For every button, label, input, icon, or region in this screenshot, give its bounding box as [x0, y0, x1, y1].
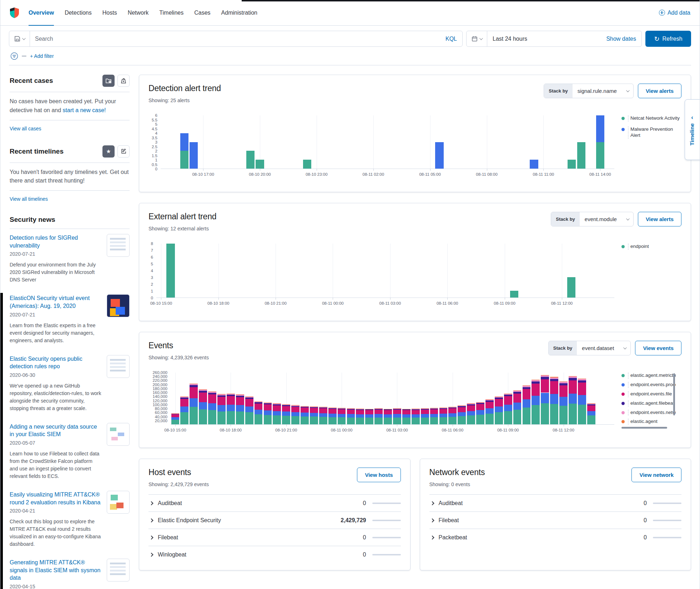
filter-icon[interactable]: [10, 52, 18, 60]
x-axis-label: 08-10 23:00: [306, 172, 327, 176]
bar-segment: [310, 407, 318, 408]
bar-segment: [412, 414, 420, 418]
view-events-button[interactable]: View events: [635, 341, 681, 355]
chevron-right-icon[interactable]: [149, 501, 153, 505]
recently-updated-timelines-button[interactable]: [117, 145, 130, 158]
news-title-link[interactable]: Easily visualizing MITRE ATT&CK® round 2…: [10, 491, 102, 506]
bar-segment: [245, 399, 253, 406]
bar-segment: [227, 395, 235, 396]
chevron-right-icon[interactable]: [149, 518, 153, 522]
recently-created-cases-button[interactable]: [102, 75, 115, 87]
news-title-link[interactable]: Adding a new security data source in you…: [10, 423, 102, 438]
nav-tab-administration[interactable]: Administration: [221, 0, 257, 26]
bar-segment: [190, 384, 198, 385]
view-alerts-button[interactable]: View alerts: [638, 84, 681, 98]
news-description: We've opened up a new GitHub repository,…: [10, 382, 102, 412]
view-all-timelines-link[interactable]: View all timelines: [10, 196, 48, 202]
legend-horizontal-scrollbar[interactable]: [621, 427, 667, 429]
legend-item[interactable]: elastic.agent: [621, 419, 681, 425]
x-axis-label: 08-11 11:00: [533, 172, 554, 176]
nav-tab-network[interactable]: Network: [128, 0, 149, 26]
recently-reported-cases-button[interactable]: [117, 75, 130, 87]
bar-segment: [208, 392, 216, 393]
bar-segment: [190, 387, 198, 398]
view-alerts-button[interactable]: View alerts: [638, 212, 681, 226]
news-thumbnail[interactable]: [107, 294, 130, 317]
news-thumbnail[interactable]: [107, 423, 130, 446]
y-axis-label: 4.5: [152, 127, 157, 131]
legend-item[interactable]: endpoint.events.network: [621, 410, 681, 416]
news-thumbnail[interactable]: [107, 355, 130, 378]
nav-tab-detections[interactable]: Detections: [65, 0, 92, 26]
events-chart-plot: 08-10 15:0008-10 18:0008-10 21:0008-11 0…: [171, 373, 614, 425]
view-hosts-button[interactable]: View hosts: [357, 468, 401, 482]
y-axis-label: 1: [155, 158, 157, 162]
date-quick-select-button[interactable]: [467, 31, 487, 46]
detection-stack-by-select[interactable]: Stack by signal.rule.name: [544, 84, 634, 98]
kql-button[interactable]: KQL: [445, 36, 462, 42]
legend-item[interactable]: elastic.agent.metricbeat: [621, 373, 681, 379]
chevron-right-icon[interactable]: [430, 518, 434, 522]
row-name: Elastic Endpoint Security: [158, 517, 221, 524]
bar-segment: [208, 393, 216, 395]
add-data-button[interactable]: Add data: [659, 10, 690, 16]
sidebar: Recent cases: [10, 75, 130, 589]
chevron-right-icon[interactable]: [430, 535, 434, 539]
external-alert-trend-panel: External alert trend Showing: 12 externa…: [139, 203, 691, 321]
search-input[interactable]: [30, 36, 445, 42]
news-title-link[interactable]: ElasticON Security virtual event (Americ…: [10, 294, 102, 310]
events-stack-by-select[interactable]: Stack by event.dataset: [548, 341, 631, 355]
start-new-case-link[interactable]: start a new case!: [63, 107, 106, 113]
view-all-cases-link[interactable]: View all cases: [10, 126, 41, 131]
legend-item[interactable]: endpoint.events.file: [621, 391, 681, 397]
bar-segment: [467, 405, 475, 411]
legend-item[interactable]: elastic.agent.filebeat: [621, 400, 681, 406]
news-thumbnail[interactable]: [107, 234, 130, 257]
news-title-link[interactable]: Elastic Security opens public detection …: [10, 355, 102, 370]
elastic-security-overview-page: OverviewDetectionsHostsNetworkTimelinesC…: [0, 0, 700, 589]
news-title-link[interactable]: Generating MITRE ATT&CK® signals in Elas…: [10, 559, 102, 582]
row-name: Packetbeat: [439, 534, 467, 541]
chevron-right-icon[interactable]: [149, 553, 153, 556]
bar-segment: [402, 418, 411, 424]
nav-tab-cases[interactable]: Cases: [194, 0, 210, 26]
date-range-value[interactable]: Last 24 hours: [487, 36, 527, 42]
legend-vertical-scrollbar[interactable]: [673, 373, 675, 415]
legend-item[interactable]: Malware Prevention Alert: [621, 126, 681, 139]
bar-segment: [467, 411, 475, 415]
legend-item[interactable]: endpoint.events.process: [621, 382, 681, 388]
news-thumbnail[interactable]: [107, 491, 130, 514]
chevron-left-icon: ‹: [691, 114, 693, 121]
view-network-button[interactable]: View network: [631, 468, 681, 482]
chevron-right-icon[interactable]: [149, 535, 153, 539]
show-dates-button[interactable]: Show dates: [606, 36, 641, 42]
bar-segment: [291, 407, 299, 412]
add-filter-button[interactable]: + Add filter: [30, 53, 54, 59]
legend-item[interactable]: Netcat Network Activity: [621, 115, 681, 121]
chevron-right-icon[interactable]: [430, 501, 434, 505]
y-axis-label: 60,000: [155, 410, 167, 415]
news-title-link[interactable]: Detection rules for SIGRed vulnerability: [10, 234, 102, 249]
favorite-timelines-button[interactable]: ★: [102, 145, 115, 158]
nav-tab-hosts[interactable]: Hosts: [102, 0, 117, 26]
bar-segment: [199, 393, 207, 402]
saved-query-menu-button[interactable]: [9, 31, 30, 46]
bar-segment: [208, 391, 216, 392]
y-axis-label: 140,000: [152, 394, 167, 399]
y-axis-label: 20,000: [155, 419, 167, 423]
timeline-flyout-toggle[interactable]: ‹ Timeline: [685, 99, 700, 160]
search-box: KQL: [9, 31, 463, 47]
refresh-button[interactable]: ↻ Refresh: [645, 31, 691, 47]
legend-item[interactable]: endpoint: [621, 244, 681, 250]
nav-tab-timelines[interactable]: Timelines: [159, 0, 183, 26]
y-axis-label: 3: [151, 275, 153, 280]
bar-segment: [273, 415, 281, 424]
y-axis-label: 160,000: [152, 390, 167, 395]
external-stack-by-select[interactable]: Stack by event.module: [551, 212, 634, 226]
bar-segment: [236, 394, 244, 395]
bar-segment: [365, 409, 373, 409]
y-axis-label: 120,000: [152, 399, 167, 403]
nav-tab-overview[interactable]: Overview: [29, 0, 54, 26]
news-thumbnail[interactable]: [107, 559, 130, 581]
table-row: Auditbeat0: [429, 494, 682, 511]
